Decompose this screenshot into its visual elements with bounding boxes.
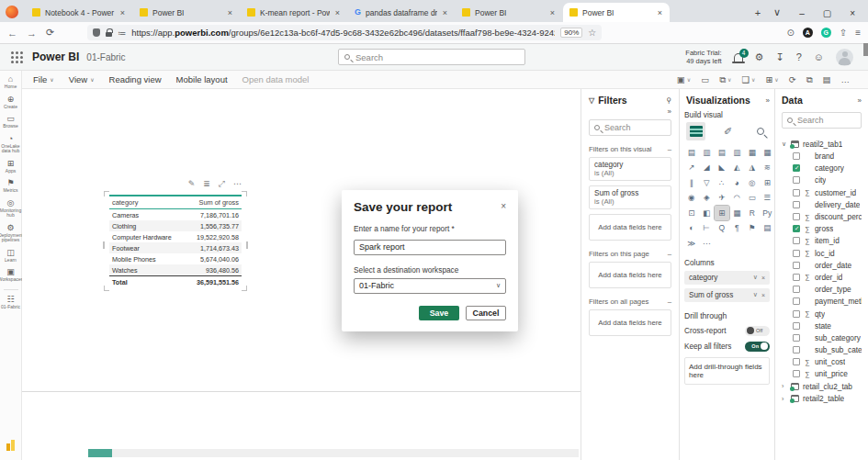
- clustered-column-chart-icon[interactable]: ▥: [730, 145, 745, 160]
- workspace-select[interactable]: 01-Fabric ∨: [354, 278, 506, 294]
- map-icon[interactable]: ◉: [684, 191, 699, 206]
- line-clustered-column-chart-icon[interactable]: ◮: [745, 161, 760, 175]
- help-icon[interactable]: ?: [796, 51, 802, 62]
- clustered-bar-chart-icon[interactable]: ▤: [715, 145, 729, 160]
- sidebar-item-apps[interactable]: ⊞Apps: [0, 159, 22, 174]
- clear-filters-icon[interactable]: –: [668, 250, 671, 258]
- build-visual-tab[interactable]: [686, 122, 705, 140]
- data-field-row[interactable]: city: [782, 174, 862, 186]
- pie-chart-icon[interactable]: ◕: [730, 175, 745, 190]
- browser-tab[interactable]: K-mean report - Power BI×: [241, 3, 347, 22]
- global-search-input[interactable]: Search: [338, 49, 525, 65]
- table-row[interactable]: Watches936,480.56: [109, 264, 242, 276]
- address-bar[interactable]: ≔ https://app.powerbi.com/groups/6e12c13…: [87, 25, 602, 40]
- extension-a-icon[interactable]: A: [803, 28, 813, 38]
- bookmark-star-icon[interactable]: ☆: [588, 28, 596, 38]
- menu-icon[interactable]: ≡: [855, 28, 861, 38]
- filter-lines-icon[interactable]: ≣: [203, 179, 210, 189]
- focus-mode-icon[interactable]: ⤢: [219, 179, 225, 189]
- data-table-node[interactable]: ∨reatil2_tab1: [782, 138, 862, 151]
- key-influencers-icon[interactable]: ◐: [684, 221, 699, 236]
- cross-report-toggle[interactable]: Off: [745, 326, 770, 336]
- area-chart-icon[interactable]: ◢: [700, 161, 715, 175]
- data-field-row[interactable]: payment_method: [782, 296, 862, 308]
- table-row[interactable]: Computer Hardware19,522,920.58: [109, 231, 242, 242]
- chevron-down-icon[interactable]: ∨: [782, 140, 787, 148]
- data-field-row[interactable]: delivery_date: [782, 198, 862, 210]
- buttons-icon[interactable]: ❑∨: [741, 74, 755, 84]
- pencil-icon[interactable]: ✎: [188, 179, 196, 189]
- more-options-icon[interactable]: ⋯: [233, 179, 242, 189]
- data-field-row[interactable]: sub_sub_category: [782, 344, 862, 356]
- grammarly-icon[interactable]: G: [821, 28, 831, 38]
- data-field-row[interactable]: ∑discount_percent: [782, 210, 862, 222]
- remove-field-icon[interactable]: ×: [761, 275, 765, 281]
- data-field-row[interactable]: ∑item_id: [782, 235, 862, 247]
- 100-stacked-bar-chart-icon[interactable]: ▦: [745, 145, 760, 160]
- dialog-close-icon[interactable]: ×: [501, 201, 506, 211]
- field-checkbox[interactable]: [793, 189, 800, 196]
- sidebar-item-create[interactable]: ⊕Create: [0, 95, 22, 110]
- data-field-row[interactable]: ∑unit_cost: [782, 356, 862, 368]
- menu-item-reading-view[interactable]: Reading view: [109, 74, 162, 84]
- sidebar-item-monitoring-hub[interactable]: ◎Monitoring hub: [0, 198, 22, 219]
- data-table-node[interactable]: ›retail2_table: [782, 393, 862, 406]
- data-field-row[interactable]: ∑gross: [782, 223, 862, 235]
- ribbon-chart-icon[interactable]: ≋: [761, 161, 775, 175]
- field-checkbox[interactable]: [793, 201, 800, 208]
- shapes-icon[interactable]: ⧉∨: [719, 74, 731, 85]
- cancel-button[interactable]: Cancel: [466, 306, 506, 320]
- zoom-level-badge[interactable]: 90%: [560, 28, 582, 38]
- data-field-row[interactable]: state: [782, 320, 862, 331]
- view-options-icon[interactable]: ▣∨: [677, 74, 691, 84]
- save-icon[interactable]: ▤: [823, 74, 831, 84]
- field-well[interactable]: Sum of gross∨×: [684, 288, 770, 302]
- settings-gear-icon[interactable]: ⚙: [755, 51, 764, 63]
- field-checkbox[interactable]: [793, 370, 800, 377]
- visual-interactions-icon[interactable]: ⊞∨: [765, 74, 778, 84]
- scatter-chart-icon[interactable]: ∴: [715, 175, 729, 190]
- field-checkbox[interactable]: [793, 213, 800, 220]
- field-checkbox[interactable]: [793, 164, 800, 172]
- menu-item-file[interactable]: File∨: [33, 74, 54, 84]
- new-tab-button[interactable]: +: [755, 7, 761, 18]
- workspace-breadcrumb[interactable]: 01-Fabric: [86, 52, 125, 62]
- field-checkbox[interactable]: [793, 322, 800, 330]
- minimize-button[interactable]: –: [799, 8, 805, 18]
- field-checkbox[interactable]: [793, 274, 800, 281]
- multi-row-card-icon[interactable]: ☰: [761, 191, 775, 206]
- data-field-row[interactable]: ∑loc_id: [782, 247, 862, 259]
- qa-visual-icon[interactable]: Q: [715, 221, 729, 236]
- browser-tab[interactable]: Power BI×: [456, 3, 562, 22]
- visualizations-collapse-chevron[interactable]: »: [766, 96, 770, 105]
- waterfall-chart-icon[interactable]: ∥: [684, 175, 699, 190]
- field-checkbox[interactable]: [793, 250, 800, 257]
- remove-field-icon[interactable]: ×: [761, 292, 765, 298]
- field-checkbox[interactable]: [793, 225, 800, 232]
- close-window-button[interactable]: ×: [850, 8, 855, 18]
- reload-icon[interactable]: ⟳: [46, 27, 54, 39]
- filter-card[interactable]: categoryis (All): [589, 157, 671, 181]
- tab-list-chevron-icon[interactable]: ∨: [773, 6, 781, 18]
- sidebar-item-01-fabric[interactable]: ☷01-Fabric: [0, 295, 22, 310]
- data-table[interactable]: categorySum of gross Cameras7,186,701.16…: [109, 195, 242, 287]
- browser-tab[interactable]: Power BI×: [133, 3, 240, 22]
- permissions-icon[interactable]: ≔: [118, 28, 126, 38]
- sidebar-item-deployment-pipelines[interactable]: ⚙Deployment pipelines: [0, 223, 22, 243]
- slicer-icon[interactable]: ◧: [700, 206, 715, 220]
- table-row[interactable]: Cameras7,186,701.16: [109, 209, 242, 221]
- data-field-row[interactable]: brand: [782, 151, 862, 163]
- card-icon[interactable]: ▭: [745, 191, 760, 206]
- clear-filters-icon[interactable]: –: [668, 297, 671, 306]
- waffle-icon[interactable]: [11, 51, 23, 63]
- vertical-scrollbar[interactable]: [863, 43, 868, 460]
- pocket-icon[interactable]: ⊙: [786, 28, 794, 38]
- analytics-tab[interactable]: [750, 122, 770, 140]
- stacked-column-chart-icon[interactable]: ▥: [700, 145, 715, 160]
- power-automate-icon[interactable]: ≫: [684, 236, 699, 251]
- funnel-chart-icon[interactable]: ▽: [700, 175, 715, 190]
- sidebar-item-workspaces[interactable]: ▣Workspaces: [0, 267, 22, 283]
- field-checkbox[interactable]: [793, 286, 800, 293]
- browser-tab[interactable]: Power BI×: [563, 3, 670, 22]
- field-checkbox[interactable]: [793, 358, 800, 365]
